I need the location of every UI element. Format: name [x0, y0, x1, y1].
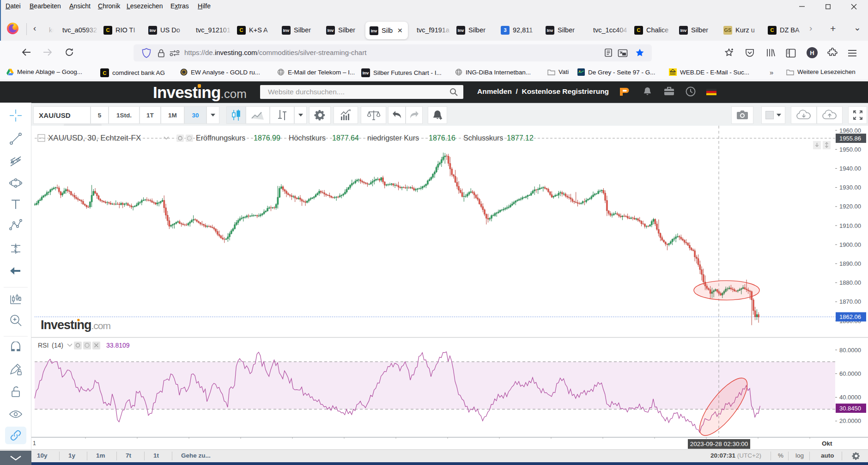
svg-text:30.8450: 30.8450	[839, 405, 861, 412]
svg-text:niedrigster Kurs: niedrigster Kurs	[367, 134, 419, 142]
svg-text:1960.00: 1960.00	[839, 127, 861, 134]
svg-text:1930.00: 1930.00	[839, 184, 861, 191]
svg-text:1876.16: 1876.16	[429, 134, 455, 142]
svg-text:2023-09-28 02:30:00: 2023-09-28 02:30:00	[690, 441, 748, 447]
svg-text:1870.00: 1870.00	[839, 298, 861, 305]
svg-text:1920.00: 1920.00	[839, 203, 861, 210]
svg-text:1890.00: 1890.00	[839, 260, 861, 267]
svg-text:1900.00: 1900.00	[839, 241, 861, 248]
svg-text:80.0000: 80.0000	[839, 347, 861, 354]
svg-text:RSI: RSI	[38, 342, 49, 349]
svg-text:Schlusskurs: Schlusskurs	[463, 134, 503, 142]
svg-text:1950.00: 1950.00	[839, 146, 861, 153]
svg-text:1880.00: 1880.00	[839, 279, 861, 286]
svg-text:Eröffnungskurs: Eröffnungskurs	[196, 134, 245, 142]
svg-text:1877.12: 1877.12	[507, 134, 534, 142]
svg-text:Investıng.com: Investıng.com	[41, 318, 111, 332]
svg-text:(14): (14)	[52, 342, 63, 349]
svg-text:1: 1	[33, 440, 36, 447]
svg-text:1877.64: 1877.64	[332, 134, 359, 142]
svg-text:1910.00: 1910.00	[839, 222, 861, 229]
svg-text:H: H	[810, 49, 814, 56]
svg-text:1940.00: 1940.00	[839, 165, 861, 172]
svg-text:60.0000: 60.0000	[839, 370, 861, 377]
svg-text:Höchstkurs: Höchstkurs	[289, 134, 326, 142]
svg-text:40.0000: 40.0000	[839, 394, 861, 401]
svg-text:1862.06: 1862.06	[839, 313, 861, 320]
svg-text:1955.86: 1955.86	[839, 135, 861, 142]
svg-text:Okt: Okt	[822, 440, 832, 447]
svg-text:1876.99: 1876.99	[254, 134, 280, 142]
svg-text:33.8109: 33.8109	[106, 342, 130, 349]
svg-text:20.0000: 20.0000	[839, 417, 861, 424]
svg-text:XAU/USD, 30, Echtzeit-FX: XAU/USD, 30, Echtzeit-FX	[48, 134, 141, 142]
